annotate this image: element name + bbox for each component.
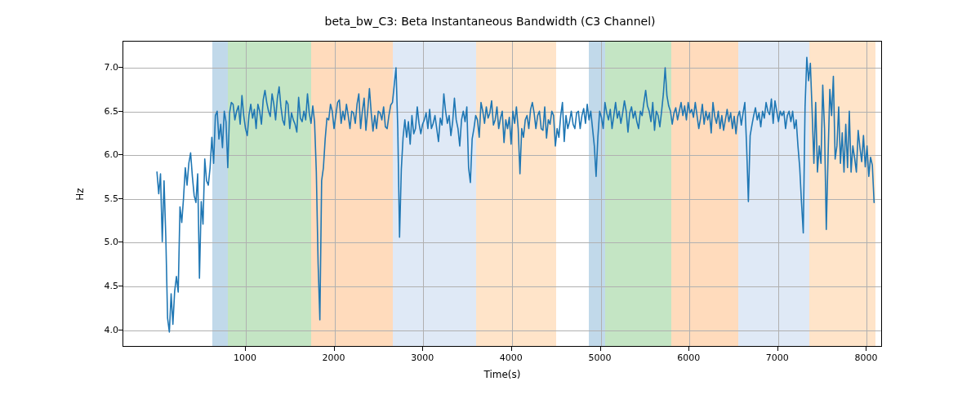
- y-tick: [118, 67, 122, 68]
- y-tick-label: 5.0: [105, 237, 119, 247]
- plot-axes: [122, 41, 882, 347]
- y-tick-label: 6.5: [105, 105, 119, 116]
- x-tick-label: 1000: [234, 353, 256, 363]
- x-tick-label: 2000: [323, 353, 345, 363]
- y-axis-label: Hz: [72, 41, 88, 347]
- y-tick: [118, 111, 122, 112]
- x-tick-label: 7000: [766, 353, 789, 363]
- x-tick-label: 8000: [854, 353, 877, 363]
- y-tick: [118, 286, 122, 286]
- x-tick: [245, 347, 246, 351]
- y-tick-label: 5.5: [105, 193, 119, 203]
- x-tick-label: 6000: [677, 353, 700, 363]
- chart-title: beta_bw_C3: Beta Instantaneous Bandwidth…: [0, 15, 980, 28]
- x-tick: [334, 347, 335, 351]
- x-tick: [777, 347, 778, 351]
- y-tick-label: 4.5: [105, 281, 119, 291]
- y-tick: [118, 242, 122, 242]
- x-tick: [866, 347, 866, 351]
- y-tick: [118, 154, 122, 155]
- y-tick-label: 7.0: [105, 62, 119, 73]
- x-tick: [511, 347, 512, 351]
- y-tick-label: 4.0: [105, 324, 119, 335]
- x-tick-label: 5000: [589, 353, 612, 363]
- y-tick: [118, 330, 122, 330]
- x-tick-label: 4000: [500, 353, 523, 363]
- x-tick: [688, 347, 689, 351]
- x-tick: [422, 347, 423, 351]
- figure: beta_bw_C3: Beta Instantaneous Bandwidth…: [0, 0, 980, 408]
- x-tick-label: 3000: [411, 353, 434, 363]
- line-series: [123, 42, 881, 346]
- y-tick-label: 6.0: [105, 149, 119, 160]
- x-tick: [600, 347, 601, 351]
- y-tick: [118, 198, 122, 199]
- x-axis-label: Time(s): [122, 369, 882, 380]
